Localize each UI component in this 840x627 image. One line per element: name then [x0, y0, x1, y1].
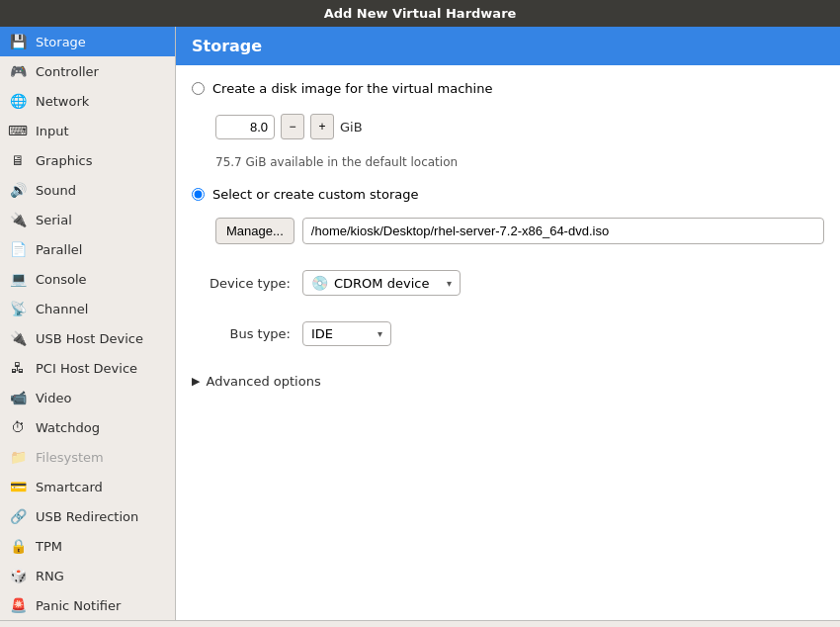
sidebar-label-console: Console — [36, 272, 87, 287]
dialog-title: Add New Virtual Hardware — [324, 6, 517, 21]
sidebar-label-filesystem: Filesystem — [36, 450, 104, 465]
tpm-icon: 🔒 — [8, 536, 28, 556]
filesystem-icon: 📁 — [8, 447, 28, 467]
sidebar-label-pci-host: PCI Host Device — [36, 361, 137, 376]
sidebar-item-controller[interactable]: 🎮Controller — [0, 56, 175, 86]
sidebar-item-smartcard[interactable]: 💳Smartcard — [0, 472, 175, 501]
video-icon: 📹 — [8, 388, 28, 407]
available-space-text: 75.7 GiB available in the default locati… — [215, 155, 824, 169]
sidebar-item-tpm[interactable]: 🔒TPM — [0, 531, 175, 561]
device-type-label: Device type: — [192, 276, 291, 291]
custom-storage-label: Select or create custom storage — [212, 187, 418, 202]
content-header: Storage — [176, 27, 840, 65]
sound-icon: 🔊 — [8, 180, 28, 200]
usb-host-icon: 🔌 — [8, 328, 28, 348]
sidebar-label-tpm: TPM — [36, 539, 62, 554]
advanced-options-toggle[interactable]: ▶ Advanced options — [192, 374, 824, 389]
console-icon: 💻 — [8, 269, 28, 289]
sidebar-item-graphics[interactable]: 🖥Graphics — [0, 145, 175, 175]
sidebar-item-sound[interactable]: 🔊Sound — [0, 175, 175, 205]
device-type-arrow: ▾ — [447, 278, 452, 289]
channel-icon: 📡 — [8, 299, 28, 318]
bus-type-dropdown[interactable]: IDE ▾ — [302, 321, 391, 346]
bus-type-label: Bus type: — [192, 326, 291, 341]
increase-size-button[interactable]: + — [310, 114, 334, 139]
sidebar-label-input: Input — [36, 124, 69, 138]
advanced-arrow-icon: ▶ — [192, 375, 200, 388]
sidebar-item-pci-host[interactable]: 🖧PCI Host Device — [0, 353, 175, 383]
bus-type-value: IDE — [311, 326, 333, 341]
radio2-row: Select or create custom storage — [192, 187, 824, 202]
sidebar-item-network[interactable]: 🌐Network — [0, 86, 175, 116]
decrease-size-button[interactable]: − — [281, 114, 304, 139]
sidebar-label-smartcard: Smartcard — [36, 480, 103, 494]
graphics-icon: 🖥 — [8, 150, 28, 170]
bus-type-row: Bus type: IDE ▾ — [192, 321, 824, 346]
pci-host-icon: 🖧 — [8, 358, 28, 378]
sidebar-label-storage: Storage — [36, 35, 86, 49]
sidebar-label-graphics: Graphics — [36, 153, 92, 168]
dialog-footer: https://blog.csdn.net/chao_xper Cancel F… — [0, 620, 840, 627]
sidebar-item-usb-redirect[interactable]: 🔗USB Redirection — [0, 501, 175, 531]
bus-type-arrow: ▾ — [378, 328, 382, 339]
disk-size-row: − + GiB — [215, 114, 824, 139]
manage-button[interactable]: Manage... — [215, 218, 294, 244]
sidebar-item-watchdog[interactable]: ⏱Watchdog — [0, 412, 175, 442]
sidebar-item-parallel[interactable]: 📄Parallel — [0, 234, 175, 264]
cdrom-icon: 💿 — [311, 275, 328, 291]
custom-storage-radio[interactable] — [192, 188, 205, 201]
controller-icon: 🎮 — [8, 61, 28, 81]
sidebar-item-filesystem: 📁Filesystem — [0, 442, 175, 472]
advanced-options-label: Advanced options — [206, 374, 320, 389]
serial-icon: 🔌 — [8, 210, 28, 229]
sidebar: 💾Storage🎮Controller🌐Network⌨Input🖥Graphi… — [0, 27, 176, 620]
sidebar-label-video: Video — [36, 391, 71, 405]
storage-path-input[interactable] — [302, 218, 824, 244]
device-type-value: CDROM device — [334, 276, 429, 291]
storage-options: Create a disk image for the virtual mach… — [192, 81, 824, 389]
sidebar-label-panic: Panic Notifier — [36, 598, 121, 613]
storage-icon: 💾 — [8, 32, 28, 51]
size-unit-label: GiB — [340, 120, 363, 134]
sidebar-label-rng: RNG — [36, 569, 64, 583]
sidebar-label-usb-host: USB Host Device — [36, 331, 143, 346]
sidebar-label-sound: Sound — [36, 183, 76, 198]
sidebar-label-parallel: Parallel — [36, 242, 82, 257]
sidebar-label-watchdog: Watchdog — [36, 420, 100, 435]
radio1-row: Create a disk image for the virtual mach… — [192, 81, 824, 96]
sidebar-label-serial: Serial — [36, 213, 72, 227]
device-type-dropdown[interactable]: 💿 CDROM device ▾ — [302, 270, 461, 296]
sidebar-item-video[interactable]: 📹Video — [0, 383, 175, 412]
sidebar-item-rng[interactable]: 🎲RNG — [0, 561, 175, 590]
sidebar-item-input[interactable]: ⌨Input — [0, 116, 175, 145]
parallel-icon: 📄 — [8, 239, 28, 259]
disk-size-input[interactable] — [215, 115, 275, 139]
device-type-row: Device type: 💿 CDROM device ▾ — [192, 270, 824, 296]
smartcard-icon: 💳 — [8, 477, 28, 496]
create-disk-radio[interactable] — [192, 82, 205, 95]
create-disk-label: Create a disk image for the virtual mach… — [212, 81, 492, 96]
usb-redirect-icon: 🔗 — [8, 506, 28, 526]
watchdog-icon: ⏱ — [8, 417, 28, 437]
sidebar-item-panic[interactable]: 🚨Panic Notifier — [0, 590, 175, 620]
sidebar-label-controller: Controller — [36, 64, 99, 79]
advanced-section: ▶ Advanced options — [192, 374, 824, 389]
network-icon: 🌐 — [8, 91, 28, 111]
content-body: Create a disk image for the virtual mach… — [176, 65, 840, 620]
sidebar-label-usb-redirect: USB Redirection — [36, 509, 138, 524]
input-icon: ⌨ — [8, 121, 28, 140]
sidebar-item-channel[interactable]: 📡Channel — [0, 294, 175, 323]
sidebar-item-usb-host[interactable]: 🔌USB Host Device — [0, 323, 175, 353]
sidebar-item-console[interactable]: 💻Console — [0, 264, 175, 294]
sidebar-item-storage[interactable]: 💾Storage — [0, 27, 175, 56]
sidebar-label-network: Network — [36, 94, 89, 109]
panic-icon: 🚨 — [8, 595, 28, 615]
rng-icon: 🎲 — [8, 566, 28, 585]
custom-storage-row: Manage... — [215, 218, 824, 244]
sidebar-label-channel: Channel — [36, 302, 88, 316]
main-content: Storage Create a disk image for the virt… — [176, 27, 840, 620]
sidebar-item-serial[interactable]: 🔌Serial — [0, 205, 175, 234]
